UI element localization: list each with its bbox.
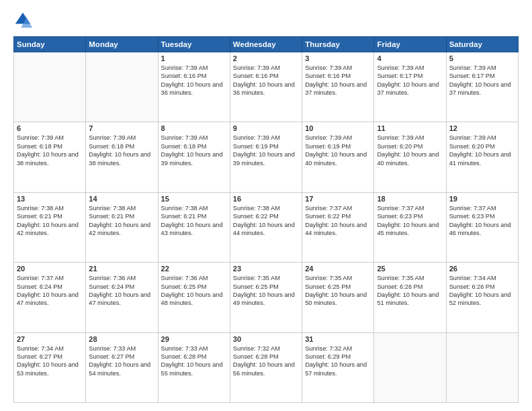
day-number: 23: [233, 265, 299, 273]
cell-content: Sunrise: 7:32 AM Sunset: 6:29 PM Dayligh…: [305, 345, 371, 378]
calendar-cell: 31Sunrise: 7:32 AM Sunset: 6:29 PM Dayli…: [302, 332, 374, 402]
day-number: 21: [89, 265, 154, 273]
calendar-cell: 21Sunrise: 7:36 AM Sunset: 6:24 PM Dayli…: [86, 263, 158, 332]
calendar-cell: [14, 52, 86, 122]
calendar-week-1: 1Sunrise: 7:39 AM Sunset: 6:16 PM Daylig…: [14, 52, 519, 122]
day-number: 5: [449, 54, 515, 62]
cell-content: Sunrise: 7:38 AM Sunset: 6:21 PM Dayligh…: [17, 204, 83, 238]
day-number: 17: [305, 195, 371, 203]
cell-content: Sunrise: 7:36 AM Sunset: 6:25 PM Dayligh…: [161, 274, 227, 308]
cell-content: Sunrise: 7:39 AM Sunset: 6:17 PM Dayligh…: [449, 64, 515, 97]
cell-content: Sunrise: 7:35 AM Sunset: 6:26 PM Dayligh…: [377, 274, 443, 308]
calendar-cell: 11Sunrise: 7:39 AM Sunset: 6:20 PM Dayli…: [374, 122, 446, 192]
day-number: 9: [233, 124, 299, 132]
col-header-friday: Friday: [374, 37, 446, 52]
day-number: 25: [377, 265, 443, 273]
day-number: 11: [377, 124, 443, 132]
day-number: 26: [449, 265, 515, 273]
cell-content: Sunrise: 7:32 AM Sunset: 6:28 PM Dayligh…: [233, 345, 299, 378]
cell-content: Sunrise: 7:37 AM Sunset: 6:23 PM Dayligh…: [449, 204, 515, 238]
cell-content: Sunrise: 7:33 AM Sunset: 6:27 PM Dayligh…: [89, 345, 154, 378]
day-number: 6: [17, 124, 83, 132]
calendar-cell: 8Sunrise: 7:39 AM Sunset: 6:18 PM Daylig…: [158, 122, 230, 192]
calendar-cell: 3Sunrise: 7:39 AM Sunset: 6:16 PM Daylig…: [302, 52, 374, 122]
cell-content: Sunrise: 7:39 AM Sunset: 6:18 PM Dayligh…: [89, 134, 154, 167]
day-number: 31: [305, 335, 371, 343]
cell-content: Sunrise: 7:37 AM Sunset: 6:22 PM Dayligh…: [305, 204, 371, 238]
calendar-cell: 1Sunrise: 7:39 AM Sunset: 6:16 PM Daylig…: [158, 52, 230, 122]
calendar-cell: 14Sunrise: 7:38 AM Sunset: 6:21 PM Dayli…: [86, 192, 158, 262]
day-number: 30: [233, 335, 299, 343]
col-header-saturday: Saturday: [446, 37, 518, 52]
calendar-cell: 24Sunrise: 7:35 AM Sunset: 6:25 PM Dayli…: [302, 263, 374, 332]
cell-content: Sunrise: 7:38 AM Sunset: 6:21 PM Dayligh…: [161, 204, 227, 238]
calendar-cell: 13Sunrise: 7:38 AM Sunset: 6:21 PM Dayli…: [14, 192, 86, 262]
calendar-cell: 15Sunrise: 7:38 AM Sunset: 6:21 PM Dayli…: [158, 192, 230, 262]
day-number: 29: [161, 335, 227, 343]
day-number: 27: [17, 335, 83, 343]
day-number: 13: [17, 195, 83, 203]
calendar-cell: 9Sunrise: 7:39 AM Sunset: 6:19 PM Daylig…: [230, 122, 302, 192]
day-number: 14: [89, 195, 154, 203]
calendar-cell: [374, 332, 446, 402]
cell-content: Sunrise: 7:39 AM Sunset: 6:18 PM Dayligh…: [161, 134, 227, 167]
calendar-cell: 30Sunrise: 7:32 AM Sunset: 6:28 PM Dayli…: [230, 332, 302, 402]
day-number: 10: [305, 124, 371, 132]
day-number: 22: [161, 265, 227, 273]
day-number: 15: [161, 195, 227, 203]
calendar-cell: 20Sunrise: 7:37 AM Sunset: 6:24 PM Dayli…: [14, 263, 86, 332]
cell-content: Sunrise: 7:34 AM Sunset: 6:27 PM Dayligh…: [17, 345, 83, 378]
day-number: 28: [89, 335, 154, 343]
day-number: 18: [377, 195, 443, 203]
calendar-cell: 6Sunrise: 7:39 AM Sunset: 6:18 PM Daylig…: [14, 122, 86, 192]
col-header-tuesday: Tuesday: [158, 37, 230, 52]
calendar-cell: 2Sunrise: 7:39 AM Sunset: 6:16 PM Daylig…: [230, 52, 302, 122]
cell-content: Sunrise: 7:39 AM Sunset: 6:20 PM Dayligh…: [449, 134, 515, 167]
header: [13, 11, 519, 30]
calendar-week-5: 27Sunrise: 7:34 AM Sunset: 6:27 PM Dayli…: [14, 332, 519, 402]
calendar-cell: 23Sunrise: 7:35 AM Sunset: 6:25 PM Dayli…: [230, 263, 302, 332]
cell-content: Sunrise: 7:35 AM Sunset: 6:25 PM Dayligh…: [233, 274, 299, 308]
calendar-cell: 26Sunrise: 7:34 AM Sunset: 6:26 PM Dayli…: [446, 263, 518, 332]
calendar-week-4: 20Sunrise: 7:37 AM Sunset: 6:24 PM Dayli…: [14, 263, 519, 332]
day-number: 19: [449, 195, 515, 203]
day-number: 16: [233, 195, 299, 203]
cell-content: Sunrise: 7:39 AM Sunset: 6:20 PM Dayligh…: [377, 134, 443, 167]
cell-content: Sunrise: 7:39 AM Sunset: 6:18 PM Dayligh…: [17, 134, 83, 167]
page: SundayMondayTuesdayWednesdayThursdayFrid…: [0, 0, 532, 411]
day-number: 8: [161, 124, 227, 132]
logo-icon: [13, 11, 32, 30]
calendar-cell: 10Sunrise: 7:39 AM Sunset: 6:19 PM Dayli…: [302, 122, 374, 192]
calendar-cell: 4Sunrise: 7:39 AM Sunset: 6:17 PM Daylig…: [374, 52, 446, 122]
col-header-wednesday: Wednesday: [230, 37, 302, 52]
col-header-monday: Monday: [86, 37, 158, 52]
cell-content: Sunrise: 7:36 AM Sunset: 6:24 PM Dayligh…: [89, 274, 154, 308]
cell-content: Sunrise: 7:39 AM Sunset: 6:16 PM Dayligh…: [233, 64, 299, 97]
logo: [13, 11, 35, 30]
day-number: 2: [233, 54, 299, 62]
col-header-sunday: Sunday: [14, 37, 86, 52]
cell-content: Sunrise: 7:38 AM Sunset: 6:21 PM Dayligh…: [89, 204, 154, 238]
col-header-thursday: Thursday: [302, 37, 374, 52]
cell-content: Sunrise: 7:39 AM Sunset: 6:16 PM Dayligh…: [161, 64, 227, 97]
day-number: 24: [305, 265, 371, 273]
calendar-cell: 18Sunrise: 7:37 AM Sunset: 6:23 PM Dayli…: [374, 192, 446, 262]
calendar-cell: 17Sunrise: 7:37 AM Sunset: 6:22 PM Dayli…: [302, 192, 374, 262]
cell-content: Sunrise: 7:34 AM Sunset: 6:26 PM Dayligh…: [449, 274, 515, 308]
cell-content: Sunrise: 7:38 AM Sunset: 6:22 PM Dayligh…: [233, 204, 299, 238]
day-number: 4: [377, 54, 443, 62]
calendar-cell: 7Sunrise: 7:39 AM Sunset: 6:18 PM Daylig…: [86, 122, 158, 192]
cell-content: Sunrise: 7:35 AM Sunset: 6:25 PM Dayligh…: [305, 274, 371, 308]
cell-content: Sunrise: 7:37 AM Sunset: 6:24 PM Dayligh…: [17, 274, 83, 308]
calendar-cell: [86, 52, 158, 122]
calendar-cell: 19Sunrise: 7:37 AM Sunset: 6:23 PM Dayli…: [446, 192, 518, 262]
day-number: 1: [161, 54, 227, 62]
day-number: 3: [305, 54, 371, 62]
day-number: 12: [449, 124, 515, 132]
cell-content: Sunrise: 7:39 AM Sunset: 6:19 PM Dayligh…: [233, 134, 299, 167]
calendar-cell: 12Sunrise: 7:39 AM Sunset: 6:20 PM Dayli…: [446, 122, 518, 192]
calendar-header-row: SundayMondayTuesdayWednesdayThursdayFrid…: [14, 37, 519, 52]
calendar-week-3: 13Sunrise: 7:38 AM Sunset: 6:21 PM Dayli…: [14, 192, 519, 262]
calendar-week-2: 6Sunrise: 7:39 AM Sunset: 6:18 PM Daylig…: [14, 122, 519, 192]
calendar-table: SundayMondayTuesdayWednesdayThursdayFrid…: [13, 36, 519, 403]
